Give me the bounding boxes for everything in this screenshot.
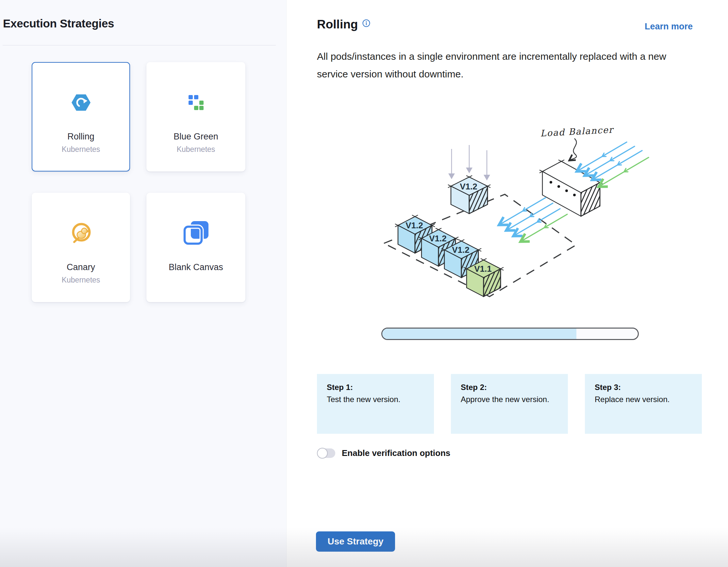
load-balancer-pointer-arrow [570,139,576,160]
learn-more-link[interactable]: Learn more [645,22,693,32]
execution-strategies-panel: Execution Strategies Rolling Kubernetes [0,0,287,567]
svg-text:V1.1: V1.1 [474,264,492,274]
strategy-card-grid: Rolling Kubernetes Blue Green Kubernetes [32,62,245,302]
blank-canvas-squares-icon [183,222,209,245]
rolling-refresh-hexagon-icon [72,91,91,114]
strategy-card-subtitle: Kubernetes [62,276,100,284]
strategy-detail-title: Rolling [317,18,358,31]
enable-verification-toggle[interactable] [318,448,335,458]
load-balancer-box [539,160,603,217]
divider [3,45,276,45]
verification-toggle-row: Enable verification options [318,448,450,458]
load-balancer-label: Load Balancer [540,125,615,139]
toggle-knob[interactable] [317,448,328,459]
info-icon[interactable] [362,19,370,28]
step-card-3: Step 3: Replace new version. [585,374,702,434]
strategy-card-label: Blue Green [174,132,218,142]
strategy-card-rolling[interactable]: Rolling Kubernetes [32,62,130,172]
canary-bird-icon [70,222,92,245]
strategy-card-label: Canary [67,262,95,273]
pod-cube-floating: V1.2 [448,176,490,214]
strategy-card-subtitle: Kubernetes [177,145,215,154]
strategy-description: All pods/instances in a single environme… [317,48,696,83]
verification-toggle-label: Enable verification options [342,448,450,458]
blue-green-squares-icon [189,91,204,114]
rollout-progress-bar [381,327,639,340]
step-card-1: Step 1: Test the new version. [317,374,434,434]
strategy-steps: Step 1: Test the new version. Step 2: Ap… [317,374,702,434]
strategy-card-label: Blank Canvas [169,262,223,273]
outgoing-traffic-arrows [500,198,567,241]
strategy-detail-panel: Rolling Learn more All pods/instances in… [287,0,728,567]
svg-text:V1.2: V1.2 [429,234,447,243]
step-card-2: Step 2: Approve the new version. [451,374,568,434]
strategy-card-blank-canvas[interactable]: Blank Canvas [146,193,245,302]
strategy-card-canary[interactable]: Canary Kubernetes [32,193,130,302]
svg-text:V1.2: V1.2 [405,221,423,230]
step-title: Step 2: [461,383,558,392]
use-strategy-button[interactable]: Use Strategy [316,531,395,552]
strategy-card-label: Rolling [67,132,94,142]
svg-text:V1.2: V1.2 [452,245,470,255]
progress-fill [382,328,576,339]
step-description: Approve the new version. [461,395,558,404]
svg-text:V1.2: V1.2 [460,182,477,192]
strategy-detail-header: Rolling [317,18,370,31]
step-title: Step 3: [595,383,692,392]
rolling-strategy-illustration: Load Balancer [369,118,657,317]
strategy-card-subtitle: Kubernetes [62,145,100,154]
deploy-strings [452,145,487,180]
step-description: Replace new version. [595,395,692,404]
strategy-card-blue-green[interactable]: Blue Green Kubernetes [146,62,245,172]
step-title: Step 1: [327,383,424,392]
step-description: Test the new version. [327,395,424,404]
page-title: Execution Strategies [3,17,114,30]
